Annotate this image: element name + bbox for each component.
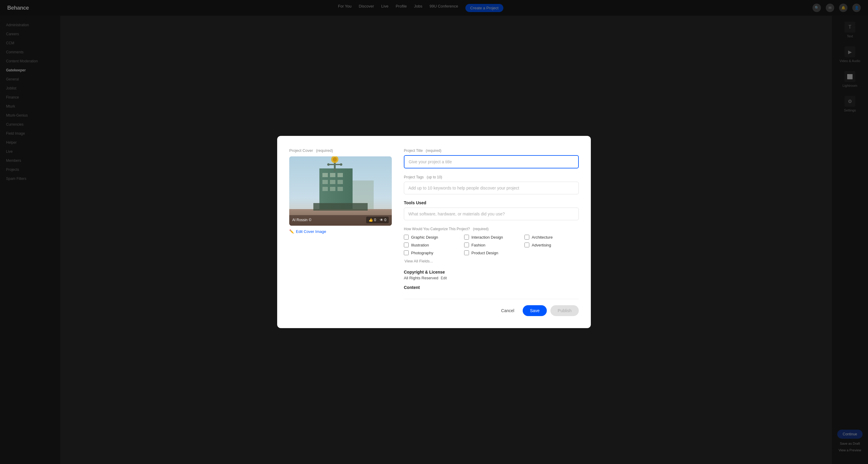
checkbox-graphic-design-input[interactable] — [404, 235, 409, 239]
checkbox-product-design-input[interactable] — [464, 251, 469, 255]
checkbox-graphic-design[interactable]: Graphic Design — [404, 235, 458, 239]
svg-rect-5 — [330, 173, 335, 177]
svg-rect-8 — [330, 180, 335, 184]
cover-label: Project Cover (required) — [289, 148, 392, 153]
svg-point-18 — [327, 163, 330, 166]
project-title-group: Project Title (required) — [404, 148, 579, 168]
edit-cover-image-link[interactable]: ✏️ Edit Cover Image — [289, 229, 392, 234]
tools-used-group: Tools Used — [404, 200, 579, 220]
checkbox-fashion[interactable]: Fashion — [464, 242, 519, 247]
checkbox-advertising[interactable]: Advertising — [525, 242, 579, 247]
project-tags-group: Project Tags (up to 10) — [404, 174, 579, 194]
svg-point-19 — [340, 163, 342, 166]
checkbox-interaction-design-input[interactable] — [464, 235, 469, 239]
checkbox-interaction-design[interactable]: Interaction Design — [464, 235, 519, 239]
checkbox-architecture-input[interactable] — [525, 235, 529, 239]
modal-content: Project Cover (required) — [289, 148, 579, 316]
checkbox-photography[interactable]: Photography — [404, 251, 458, 255]
publish-button[interactable]: Publish — [550, 305, 579, 316]
content-title: Content — [404, 285, 579, 290]
svg-rect-4 — [322, 173, 328, 177]
cover-author: Al Rossin © — [292, 218, 312, 222]
checkbox-architecture-label: Architecture — [532, 235, 553, 239]
cover-image-container: Al Rossin © 👍 0 👁 0 — [289, 156, 392, 226]
save-button[interactable]: Save — [523, 305, 547, 316]
checkbox-fashion-input[interactable] — [464, 242, 469, 247]
checkbox-advertising-input[interactable] — [525, 242, 529, 247]
modal-right-column: Project Title (required) Project Tags (u… — [404, 148, 579, 316]
checkbox-illustration[interactable]: Illustration — [404, 242, 458, 247]
checkbox-interaction-design-label: Interaction Design — [471, 235, 503, 239]
modal-overlay: Project Cover (required) — [0, 0, 868, 464]
modal-left-column: Project Cover (required) — [289, 148, 392, 316]
project-tags-label: Project Tags (up to 10) — [404, 174, 579, 179]
project-title-label: Project Title (required) — [404, 148, 579, 153]
categorize-label: How Would You Categorize This Project? (… — [404, 226, 579, 231]
tools-used-label: Tools Used — [404, 200, 579, 205]
tools-used-input[interactable] — [404, 208, 579, 220]
cancel-button[interactable]: Cancel — [496, 305, 519, 316]
categorize-group: How Would You Categorize This Project? (… — [404, 226, 579, 264]
project-title-input[interactable] — [404, 155, 579, 168]
copyright-edit-link[interactable]: Edit — [441, 276, 447, 280]
checkbox-fashion-label: Fashion — [471, 243, 485, 247]
copyright-title: Copyright & License — [404, 270, 579, 274]
svg-rect-7 — [322, 180, 328, 184]
copyright-value: All Rights Reserved Edit — [404, 276, 579, 280]
svg-rect-9 — [338, 180, 343, 184]
cover-image-svg — [289, 156, 392, 226]
views-count: 👁 0 — [380, 218, 386, 222]
checkbox-grid: Graphic Design Interaction Design Archit… — [404, 235, 579, 255]
svg-rect-11 — [330, 187, 335, 191]
project-settings-modal: Project Cover (required) — [277, 136, 591, 328]
checkbox-illustration-input[interactable] — [404, 242, 409, 247]
checkbox-graphic-design-label: Graphic Design — [411, 235, 438, 239]
likes-count: 👍 0 — [369, 218, 376, 222]
content-section: Content — [404, 285, 579, 290]
project-tags-input[interactable] — [404, 182, 579, 194]
svg-point-15 — [333, 157, 337, 162]
svg-rect-12 — [338, 187, 343, 191]
checkbox-photography-label: Photography — [411, 251, 433, 255]
svg-rect-10 — [322, 187, 328, 191]
checkbox-advertising-label: Advertising — [532, 243, 551, 247]
copyright-section: Copyright & License All Rights Reserved … — [404, 270, 579, 280]
pencil-icon: ✏️ — [289, 229, 294, 234]
checkbox-illustration-label: Illustration — [411, 243, 429, 247]
modal-footer: Cancel Save Publish — [404, 299, 579, 316]
svg-rect-21 — [313, 203, 368, 210]
checkbox-photography-input[interactable] — [404, 251, 409, 255]
checkbox-architecture[interactable]: Architecture — [525, 235, 579, 239]
checkbox-product-design[interactable]: Product Design — [464, 251, 519, 255]
svg-rect-6 — [338, 173, 343, 177]
cover-overlay-info: Al Rossin © 👍 0 👁 0 — [292, 217, 389, 223]
cover-stats: 👍 0 👁 0 — [366, 217, 389, 223]
checkbox-product-design-label: Product Design — [471, 251, 498, 255]
view-all-fields-link[interactable]: View All Fields... — [404, 259, 433, 263]
